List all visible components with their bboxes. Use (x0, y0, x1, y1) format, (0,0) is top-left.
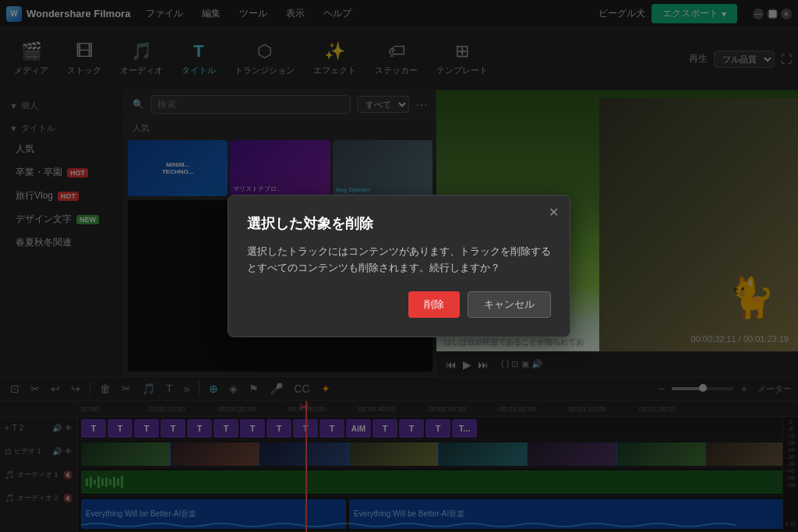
dialog-message: 選択したトラックにはコンテンツがあります、トラックを削除するとすべてのコンテンツ… (247, 244, 551, 277)
dialog-title: 選択した対象を削除 (247, 214, 551, 233)
cancel-button[interactable]: キャンセル (468, 291, 551, 318)
confirm-delete-button[interactable]: 削除 (408, 291, 460, 318)
delete-dialog: ✕ 選択した対象を削除 選択したトラックにはコンテンツがあります、トラックを削除… (228, 195, 570, 338)
dialog-close-button[interactable]: ✕ (549, 205, 559, 220)
dialog-buttons: 削除 キャンセル (247, 291, 551, 318)
dialog-overlay: ✕ 選択した対象を削除 選択したトラックにはコンテンツがあります、トラックを削除… (0, 0, 798, 532)
